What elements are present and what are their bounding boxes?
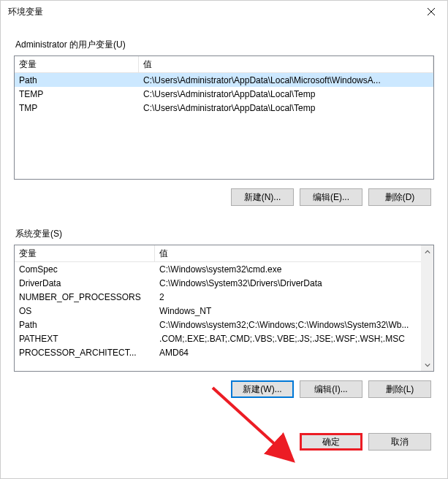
cell-value: AMD64 [155, 347, 433, 359]
cell-variable: TMP [15, 102, 139, 114]
cell-value: Windows_NT [155, 305, 433, 317]
system-variables-label: 系统变量(S) [15, 228, 434, 240]
cell-variable: TEMP [15, 88, 139, 100]
cell-value: C:\Users\Administrator\AppData\Local\Tem… [139, 102, 433, 114]
scroll-down-button[interactable] [421, 359, 433, 371]
titlebar: 环境变量 [1, 1, 447, 23]
table-row[interactable]: Path C:\Users\Administrator\AppData\Loca… [15, 73, 433, 87]
user-list-body: Path C:\Users\Administrator\AppData\Loca… [15, 73, 433, 115]
system-edit-button[interactable]: 编辑(I)... [300, 380, 362, 398]
close-button[interactable] [414, 1, 447, 23]
cell-value: C:\Windows\system32\cmd.exe [155, 264, 433, 275]
scrollbar[interactable] [421, 245, 433, 371]
cell-value: 2 [155, 291, 433, 303]
table-row[interactable]: Path C:\Windows\system32;C:\Windows;C:\W… [15, 318, 433, 332]
cell-value: C:\Users\Administrator\AppData\Local\Tem… [139, 88, 433, 100]
user-list-header: 变量 值 [15, 56, 433, 73]
cell-variable: OS [15, 305, 155, 317]
table-row[interactable]: DriverData C:\Windows\System32\Drivers\D… [15, 276, 433, 290]
table-row[interactable]: ComSpec C:\Windows\system32\cmd.exe [15, 262, 433, 276]
cell-variable: DriverData [15, 277, 155, 289]
cell-value: .COM;.EXE;.BAT;.CMD;.VBS;.VBE;.JS;.JSE;.… [155, 333, 433, 345]
ok-button[interactable]: 确定 [300, 433, 362, 451]
table-row[interactable]: PATHEXT .COM;.EXE;.BAT;.CMD;.VBS;.VBE;.J… [15, 332, 433, 345]
scroll-up-button[interactable] [421, 245, 433, 258]
column-header-variable[interactable]: 变量 [15, 245, 155, 261]
cell-variable: ComSpec [15, 264, 155, 275]
user-edit-button[interactable]: 编辑(E)... [300, 188, 362, 206]
user-variables-list[interactable]: 变量 值 Path C:\Users\Administrator\AppData… [14, 55, 434, 180]
chevron-down-icon [425, 362, 430, 368]
user-variables-label: Administrator 的用户变量(U) [15, 39, 434, 51]
cell-variable: PROCESSOR_ARCHITECT... [15, 347, 155, 359]
chevron-up-icon [425, 249, 430, 255]
dialog-content: Administrator 的用户变量(U) 变量 值 Path C:\User… [1, 23, 447, 478]
system-list-body: ComSpec C:\Windows\system32\cmd.exe Driv… [15, 262, 433, 359]
table-row[interactable]: TEMP C:\Users\Administrator\AppData\Loca… [15, 87, 433, 101]
cell-variable: PATHEXT [15, 333, 155, 345]
table-row[interactable]: NUMBER_OF_PROCESSORS 2 [15, 290, 433, 304]
close-icon [428, 8, 435, 15]
system-delete-button[interactable]: 删除(L) [368, 380, 431, 398]
user-delete-button[interactable]: 删除(D) [368, 188, 431, 206]
cell-value: C:\Users\Administrator\AppData\Local\Mic… [139, 74, 433, 86]
table-row[interactable]: OS Windows_NT [15, 304, 433, 318]
cell-variable: Path [15, 319, 155, 331]
user-new-button[interactable]: 新建(N)... [231, 188, 294, 206]
table-row[interactable]: PROCESSOR_ARCHITECT... AMD64 [15, 345, 433, 359]
footer-buttons-row: 确定 取消 [14, 433, 431, 451]
cancel-button[interactable]: 取消 [368, 433, 431, 451]
cell-value: C:\Windows\system32;C:\Windows;C:\Window… [155, 319, 433, 331]
cell-variable: NUMBER_OF_PROCESSORS [15, 291, 155, 303]
system-variables-list[interactable]: 变量 值 ComSpec C:\Windows\system32\cmd.exe… [14, 245, 434, 372]
column-header-variable[interactable]: 变量 [15, 56, 139, 72]
user-buttons-row: 新建(N)... 编辑(E)... 删除(D) [14, 188, 431, 206]
environment-variables-dialog: 环境变量 Administrator 的用户变量(U) 变量 值 Path C:… [0, 0, 448, 479]
cell-value: C:\Windows\System32\Drivers\DriverData [155, 277, 433, 289]
window-title: 环境变量 [8, 6, 414, 18]
cell-variable: Path [15, 74, 139, 86]
system-list-header: 变量 值 [15, 245, 433, 262]
system-buttons-row: 新建(W)... 编辑(I)... 删除(L) [14, 380, 431, 398]
column-header-value[interactable]: 值 [155, 245, 433, 261]
table-row[interactable]: TMP C:\Users\Administrator\AppData\Local… [15, 101, 433, 115]
column-header-value[interactable]: 值 [139, 56, 433, 72]
system-new-button[interactable]: 新建(W)... [231, 380, 294, 398]
